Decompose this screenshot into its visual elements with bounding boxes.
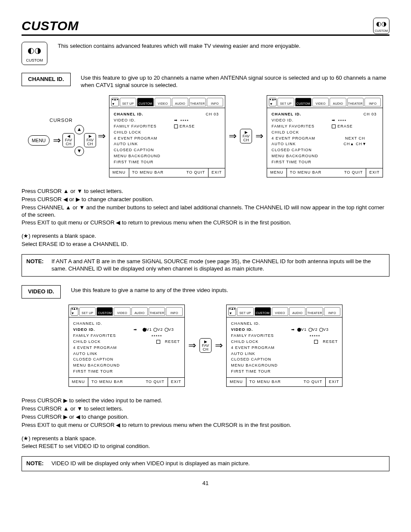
tab-info[interactable]: INFO [364,98,381,106]
menu-family-favorites[interactable]: FAMILY FAVORITES [114,124,170,130]
menu-first-time-tour[interactable]: FIRST TIME TOUR [271,159,327,165]
cursor-up-button[interactable]: ▲ [75,125,84,134]
menu-first-time-tour[interactable]: FIRST TIME TOUR [231,369,287,375]
menu-button[interactable]: MENU [28,135,50,146]
fav-ch-button[interactable]: ▶FAVCH [199,338,212,353]
next-ch-label: NEXT CH [332,136,378,142]
menu-4-event[interactable]: 4 EVENT PROGRAM [231,345,287,351]
menu-closed-caption[interactable]: CLOSED CAPTION [231,357,287,363]
v2-radio[interactable] [153,328,157,332]
tab-custom[interactable]: CUSTOM [137,98,153,106]
menu-video-id[interactable]: VIDEO ID. [231,327,287,333]
v2-radio[interactable] [308,328,312,332]
menu-closed-caption[interactable]: CLOSED CAPTION [271,147,327,153]
v1-radio[interactable] [143,328,146,332]
tab-video[interactable]: VIDEO [114,307,130,316]
tab-info[interactable]: INFO [166,307,182,316]
menu-4-event[interactable]: 4 EVENT PROGRAM [73,345,129,351]
menu-closed-caption[interactable]: CLOSED CAPTION [114,147,170,153]
tab-setup[interactable]: SET UP [79,307,96,316]
menu-auto-link[interactable]: AUTO LINK [73,351,129,357]
menu-menu-background[interactable]: MENU BACKGROUND [271,153,327,159]
menu-family-favorites[interactable]: FAMILY FAVORITES [73,333,129,339]
tab-info[interactable]: INFO [324,307,340,316]
menu-channel-id[interactable]: CHANNEL ID. [73,321,129,327]
v1-radio[interactable] [297,328,301,332]
menu-family-favorites[interactable]: FAMILY FAVORITES [271,124,327,130]
menu-child-lock[interactable]: CHILD LOCK [231,339,287,345]
tab-nav-arrows[interactable]: ◂▲▸▼ [71,307,78,316]
tab-custom[interactable]: CUSTOM [295,98,311,106]
menu-child-lock[interactable]: CHILD LOCK [114,130,170,136]
tab-setup[interactable]: SET UP [277,98,294,106]
reset-checkbox[interactable] [156,340,160,344]
menu-family-favorites[interactable]: FAMILY FAVORITES [231,333,287,339]
menu-menu-background[interactable]: MENU BACKGROUND [114,153,170,159]
tab-audio[interactable]: AUDIO [172,98,188,106]
menu-menu-background[interactable]: MENU BACKGROUND [231,363,287,369]
menu-video-id[interactable]: VIDEO ID. [73,327,129,333]
menu-first-time-tour[interactable]: FIRST TIME TOUR [114,159,170,165]
foot-menu[interactable]: MENU [109,168,129,177]
tab-theater[interactable]: THEATER [149,307,165,316]
erase-checkbox[interactable] [332,124,336,128]
tab-theater[interactable]: THEATER [189,98,206,106]
tab-theater[interactable]: THEATER [347,98,364,106]
foot-menu[interactable]: MENU [69,378,89,386]
menu-child-lock[interactable]: CHILD LOCK [73,339,129,345]
instructions-1: Press CURSOR ▲ or ▼ to select letters. P… [22,188,389,227]
menu-channel-id[interactable]: CHANNEL ID. [114,112,170,118]
menu-channel-id[interactable]: CHANNEL ID. [271,112,327,118]
cursor-down-button[interactable]: ▼ [75,146,84,156]
menu-channel-id[interactable]: CHANNEL ID. [231,321,287,327]
v3-radio[interactable] [319,328,323,332]
menu-auto-link[interactable]: AUTO LINK [271,141,327,147]
menu-auto-link[interactable]: AUTO LINK [231,351,287,357]
ch-up-label[interactable]: CH▲ [344,142,355,146]
menu-4-event[interactable]: 4 EVENT PROGRAM [271,136,327,142]
v3-radio[interactable] [165,328,168,332]
intro-text: This selection contains advanced feature… [58,42,389,50]
channel-id-desc: Use this feature to give up to 20 channe… [81,73,389,89]
foot-exit[interactable]: EXIT [325,378,342,386]
osd-panel-3: ◂▲▸▼ SET UP CUSTOM VIDEO AUDIO THEATER I… [68,305,185,387]
tab-nav-arrows[interactable]: ◂▲▸▼ [228,307,236,316]
fav-ch-right-button[interactable]: ▶FAVCH [84,133,96,147]
osd-tabs: ◂▲▸▼ SET UP CUSTOM VIDEO AUDIO THEATER I… [267,96,383,108]
fav-ch-left-button[interactable]: ◀FAVCH [62,133,75,147]
tab-nav-arrows[interactable]: ◂▲▸▼ [269,98,277,106]
tab-video[interactable]: VIDEO [155,98,171,106]
tab-custom[interactable]: CUSTOM [97,307,113,316]
foot-exit[interactable]: EXIT [366,168,383,177]
foot-menu[interactable]: MENU [227,378,246,386]
foot-menu[interactable]: MENU [267,168,287,177]
erase-checkbox[interactable] [174,124,178,128]
tab-info[interactable]: INFO [207,98,223,106]
ch-down-label[interactable]: CH▼ [356,142,367,146]
tab-audio[interactable]: AUDIO [289,307,305,316]
menu-4-event[interactable]: 4 EVENT PROGRAM [114,136,170,142]
tab-audio[interactable]: AUDIO [330,98,346,106]
menu-closed-caption[interactable]: CLOSED CAPTION [73,357,129,363]
tab-theater[interactable]: THEATER [306,307,323,316]
note-box-2: NOTE: VIDEO ID will be displayed only wh… [22,456,389,471]
menu-auto-link[interactable]: AUTO LINK [114,141,170,147]
tab-video[interactable]: VIDEO [272,307,288,316]
tab-video[interactable]: VIDEO [312,98,329,106]
foot-exit[interactable]: EXIT [168,378,184,386]
tab-audio[interactable]: AUDIO [131,307,148,316]
cursor-pad[interactable]: ▲ ◀FAVCH ▶FAVCH ▼ [64,125,94,156]
menu-menu-background[interactable]: MENU BACKGROUND [73,363,129,369]
menu-video-id[interactable]: VIDEO ID. [271,118,327,124]
tab-custom[interactable]: CUSTOM [255,307,271,316]
fav-ch-button[interactable]: ▶FAVCH [240,129,252,143]
video-id-row: VIDEO ID. Use this feature to give a nam… [22,285,389,299]
tab-setup[interactable]: SET UP [120,98,136,106]
menu-video-id[interactable]: VIDEO ID. [114,118,170,124]
reset-checkbox[interactable] [314,340,318,344]
menu-child-lock[interactable]: CHILD LOCK [271,130,327,136]
menu-first-time-tour[interactable]: FIRST TIME TOUR [73,369,129,375]
tab-nav-arrows[interactable]: ◂▲▸▼ [111,98,119,106]
foot-exit[interactable]: EXIT [208,168,225,177]
tab-setup[interactable]: SET UP [237,307,253,316]
